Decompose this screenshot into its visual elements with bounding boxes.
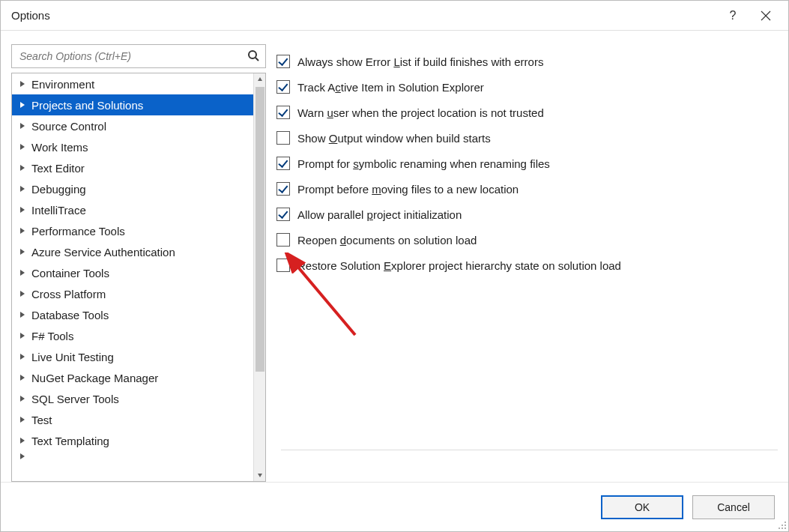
option-row: Prompt for symbolic renaming when renami… — [276, 151, 778, 176]
checkbox[interactable] — [276, 208, 290, 221]
tree-item-azure-service-authentication[interactable]: Azure Service Authentication — [12, 241, 253, 262]
option-label[interactable]: Show Output window when build starts — [297, 132, 491, 145]
option-label[interactable]: Restore Solution Explorer project hierar… — [297, 259, 621, 272]
dialog-footer: OK Cancel — [1, 482, 788, 531]
svg-point-27 — [785, 522, 786, 523]
tree-item-label: F# Tools — [31, 330, 73, 342]
help-icon[interactable]: ? — [716, 1, 749, 31]
option-row: Show Output window when build starts — [276, 125, 778, 151]
ok-button[interactable]: OK — [601, 495, 683, 519]
checkbox[interactable] — [276, 157, 290, 170]
option-label[interactable]: Warn user when the project location is n… — [297, 106, 544, 119]
svg-marker-16 — [20, 333, 25, 339]
svg-marker-24 — [258, 474, 262, 477]
svg-marker-4 — [20, 81, 25, 87]
cancel-button[interactable]: Cancel — [692, 495, 775, 519]
tree-item-performance-tools[interactable]: Performance Tools — [12, 220, 253, 241]
tree-item-projects-and-solutions[interactable]: Projects and Solutions — [12, 94, 253, 115]
chevron-right-icon — [18, 226, 27, 235]
svg-point-32 — [785, 528, 786, 529]
search-input[interactable] — [18, 49, 247, 63]
svg-point-28 — [782, 525, 783, 526]
option-row: Prompt before moving files to a new loca… — [276, 176, 778, 202]
chevron-right-icon — [18, 163, 27, 172]
titlebar: Options ? — [1, 1, 788, 31]
options-tree: EnvironmentProjects and SolutionsSource … — [11, 73, 266, 482]
tree-item-work-items[interactable]: Work Items — [12, 136, 253, 157]
chevron-right-icon — [18, 205, 27, 214]
dialog-title: Options — [11, 9, 50, 22]
scroll-up-icon[interactable] — [254, 73, 266, 85]
chevron-right-icon — [18, 452, 27, 461]
svg-marker-14 — [20, 291, 25, 297]
svg-marker-15 — [20, 312, 25, 318]
scroll-down-icon[interactable] — [254, 469, 266, 481]
svg-marker-17 — [20, 354, 25, 360]
option-row: Reopen documents on solution load — [276, 227, 778, 253]
tree-item-label: Live Unit Testing — [31, 351, 114, 363]
checkbox[interactable] — [276, 259, 290, 272]
checkbox[interactable] — [276, 233, 290, 247]
svg-line-3 — [256, 58, 259, 61]
svg-marker-8 — [20, 165, 25, 171]
svg-marker-5 — [20, 102, 25, 108]
chevron-right-icon — [18, 436, 27, 445]
tree-item-debugging[interactable]: Debugging — [12, 178, 253, 199]
chevron-right-icon — [18, 142, 27, 151]
option-label[interactable]: Track Active Item in Solution Explorer — [297, 81, 484, 94]
option-label[interactable]: Prompt before moving files to a new loca… — [297, 183, 519, 196]
tree-item-label: IntelliTrace — [31, 204, 86, 217]
chevron-right-icon — [18, 184, 27, 193]
tree-item-label: Performance Tools — [31, 225, 125, 238]
scroll-thumb[interactable] — [256, 87, 264, 372]
tree-scrollbar[interactable] — [253, 73, 265, 481]
svg-marker-11 — [20, 228, 25, 234]
tree-item-live-unit-testing[interactable]: Live Unit Testing — [12, 346, 253, 367]
svg-marker-21 — [20, 438, 25, 444]
option-label[interactable]: Always show Error List if build finishes… — [297, 55, 543, 68]
option-label[interactable]: Reopen documents on solution load — [297, 234, 477, 247]
tree-item-label: Test — [31, 414, 52, 426]
tree-item-nuget-package-manager[interactable]: NuGet Package Manager — [12, 367, 253, 388]
checkbox[interactable] — [276, 55, 290, 68]
svg-marker-6 — [20, 123, 25, 129]
tree-item-f-tools[interactable]: F# Tools — [12, 325, 253, 346]
search-icon — [247, 49, 259, 64]
tree-item-label: Azure Service Authentication — [31, 246, 175, 259]
tree-item-label: Cross Platform — [31, 288, 106, 300]
option-label[interactable]: Prompt for symbolic renaming when renami… — [297, 157, 550, 170]
tree-item-database-tools[interactable]: Database Tools — [12, 304, 253, 325]
checkbox[interactable] — [276, 131, 290, 145]
chevron-right-icon — [18, 352, 27, 361]
svg-marker-7 — [20, 144, 25, 150]
tree-item-clipped[interactable] — [12, 451, 253, 462]
svg-point-29 — [785, 525, 786, 526]
checkbox[interactable] — [276, 182, 290, 196]
chevron-right-icon — [18, 331, 27, 340]
option-row: Restore Solution Explorer project hierar… — [276, 253, 778, 278]
tree-item-label: Environment — [31, 78, 94, 91]
tree-item-text-editor[interactable]: Text Editor — [12, 157, 253, 178]
tree-item-label: Debugging — [31, 183, 86, 196]
search-options-field[interactable] — [11, 44, 266, 68]
checkbox[interactable] — [276, 106, 290, 119]
svg-marker-18 — [20, 375, 25, 381]
tree-item-environment[interactable]: Environment — [12, 73, 253, 94]
tree-item-text-templating[interactable]: Text Templating — [12, 430, 253, 451]
tree-item-intellitrace[interactable]: IntelliTrace — [12, 199, 253, 220]
tree-item-sql-server-tools[interactable]: SQL Server Tools — [12, 388, 253, 409]
tree-item-test[interactable]: Test — [12, 409, 253, 430]
close-icon[interactable] — [749, 1, 782, 31]
tree-item-cross-platform[interactable]: Cross Platform — [12, 283, 253, 304]
tree-item-label: Database Tools — [31, 309, 109, 321]
svg-point-31 — [782, 528, 783, 529]
tree-item-container-tools[interactable]: Container Tools — [12, 262, 253, 283]
svg-point-2 — [249, 51, 256, 58]
svg-marker-20 — [20, 417, 25, 423]
tree-item-source-control[interactable]: Source Control — [12, 115, 253, 136]
checkbox[interactable] — [276, 80, 290, 94]
option-label[interactable]: Allow parallel project initialization — [297, 208, 462, 221]
option-row: Track Active Item in Solution Explorer — [276, 74, 778, 100]
resize-grip-icon[interactable] — [776, 519, 787, 530]
tree-item-label: Container Tools — [31, 267, 109, 279]
